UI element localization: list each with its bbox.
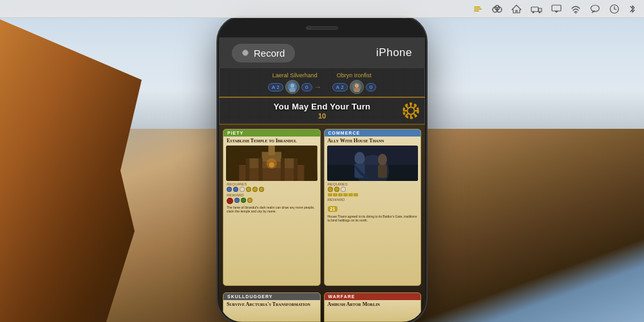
card-0-title: Establish Temple to Ibrandul [223, 137, 320, 146]
card-1-category: COMMERCE [325, 129, 421, 137]
card-1[interactable]: COMMERCE Ally With House Thann [324, 129, 422, 286]
svg-point-9 [533, 11, 535, 13]
player1-info: Laeral Silverhand A 2 0 [268, 72, 322, 94]
player1-stat-b: 0 [301, 83, 312, 91]
card-0-image [226, 146, 317, 181]
svg-line-18 [614, 9, 616, 10]
card-1-requires-icons [328, 187, 418, 192]
truck-icon[interactable] [531, 5, 542, 14]
svg-rect-2 [474, 10, 479, 12]
card-0-body: The fame of Ibrandul's dark realm can dr… [227, 205, 317, 214]
card-1-title: Ally With House Thann [325, 137, 421, 146]
card-0-reward-label: REWARD [227, 193, 317, 197]
card-0-requires-icons [227, 187, 317, 192]
bonus-bar [354, 193, 358, 196]
bluetooth-icon[interactable] [629, 4, 636, 14]
svg-point-49 [354, 151, 365, 164]
card-0-requires-label: REQUIRES [227, 182, 317, 186]
pip-y1 [328, 187, 333, 192]
player1-avatar [285, 80, 299, 94]
svg-rect-11 [552, 5, 561, 11]
card-3-partial[interactable]: WARFARE Ambush Artor Morlin [324, 292, 422, 322]
settings-gear-icon[interactable] [401, 100, 421, 121]
ulysses-icon[interactable] [473, 4, 483, 14]
card-1-requires-label: REQUIRES [328, 182, 418, 186]
player2-name: Obryn Ironfist [337, 72, 372, 79]
pip-green-r1 [241, 198, 246, 203]
svg-point-25 [407, 107, 414, 114]
player-arrow: → [314, 82, 322, 91]
pip-yellow-2 [252, 187, 258, 192]
svg-point-10 [539, 11, 541, 13]
bonus-bar [338, 193, 343, 196]
messages-icon[interactable] [590, 4, 600, 14]
svg-rect-40 [245, 158, 249, 181]
svg-point-45 [269, 162, 274, 167]
iphone-top-bar [219, 18, 425, 37]
cards-bottom-row: SKULLDUGGERY Survive Arcturia's Transfor… [219, 290, 425, 322]
svg-point-51 [377, 153, 386, 165]
player1-stats: A 2 0 → [268, 80, 322, 94]
cards-grid: PIETY Establish Temple to Ibrandul [219, 125, 425, 290]
card-0[interactable]: PIETY Establish Temple to Ibrandul [223, 129, 321, 286]
record-dot-icon [242, 50, 249, 56]
player2-info: Obryn Ironfist A 2 0 [332, 72, 377, 94]
card-1-reward-label: REWARD [328, 198, 418, 202]
pip-blue-1 [227, 187, 232, 192]
player2-stat-b: 0 [366, 83, 376, 91]
clock-icon[interactable] [609, 4, 620, 14]
svg-rect-0 [474, 6, 480, 8]
pip-yellow-1 [246, 187, 251, 192]
svg-marker-8 [538, 8, 542, 12]
card-0-reward-icons [227, 198, 317, 204]
player2-stats: A 2 0 [332, 80, 377, 94]
svg-rect-1 [474, 8, 482, 10]
menubar-icons [473, 4, 636, 14]
pip-w1 [341, 187, 346, 192]
svg-rect-52 [377, 165, 386, 178]
card-2-title: Survive Arcturia's Transformation [223, 300, 320, 309]
card-1-reward-value: 21 [328, 206, 338, 212]
pip-blue-2 [233, 187, 238, 192]
iphone-device-label: iPhone [376, 46, 412, 59]
turn-number: 10 [223, 112, 421, 120]
wifi-icon[interactable] [571, 5, 581, 14]
bonus-bar [348, 193, 353, 196]
pip-blue-r1 [234, 198, 240, 203]
home-icon[interactable] [511, 4, 522, 14]
pip-white-1 [240, 187, 245, 192]
card-3-category: WARFARE [325, 293, 421, 300]
bonus-bar [343, 193, 348, 196]
record-bar: Record iPhone [219, 37, 425, 68]
svg-rect-7 [531, 7, 538, 12]
player2-avatar [350, 80, 364, 94]
menubar [0, 0, 644, 18]
svg-rect-39 [269, 146, 275, 155]
players-bar: Laeral Silverhand A 2 0 [219, 68, 425, 98]
player1-stat-a: A 2 [268, 83, 283, 91]
record-button[interactable]: Record [232, 44, 295, 62]
card-1-image [327, 146, 419, 181]
turn-bar: You May End Your Turn 10 [219, 98, 425, 125]
svg-rect-41 [259, 158, 263, 181]
creative-cloud-icon[interactable] [492, 5, 502, 14]
pip-red-1 [227, 198, 233, 204]
svg-rect-42 [281, 158, 285, 181]
iphone-frame: Record iPhone Laeral Silverhand A 2 [219, 18, 425, 322]
bonus-bar [333, 193, 337, 196]
card-2-partial[interactable]: SKULLDUGGERY Survive Arcturia's Transfor… [223, 292, 321, 322]
airplay-icon[interactable] [551, 4, 562, 14]
player2-stat-a: A 2 [332, 83, 348, 91]
iphone-screen: Laeral Silverhand A 2 0 [219, 68, 425, 322]
svg-rect-43 [294, 158, 298, 181]
svg-point-23 [355, 84, 359, 88]
record-label: Record [254, 48, 285, 59]
pip-y2 [334, 187, 339, 192]
pip-yellow-r1 [247, 198, 252, 203]
card-3-title: Ambush Artor Morlin [325, 300, 421, 309]
iphone-camera [307, 26, 311, 30]
player1-name: Laeral Silverhand [272, 72, 317, 79]
card-1-details: REQUIRES REWARD [325, 181, 421, 285]
card-1-body: House Thann agreed to its doing to its B… [328, 214, 418, 223]
svg-point-13 [575, 12, 576, 14]
